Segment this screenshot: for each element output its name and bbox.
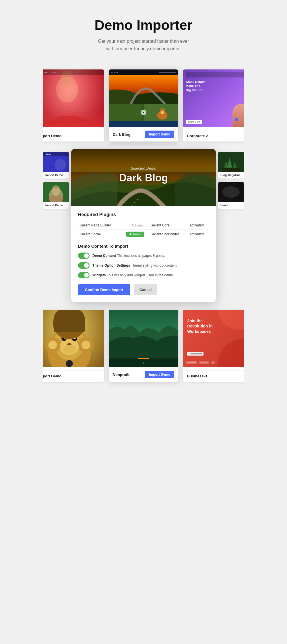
side-card-footer-left-1: Import Demo <box>43 172 69 179</box>
toggle-row-2: Theme Option Settings Theme styling with… <box>78 262 209 269</box>
card-label-nonprofit: Nonprofit <box>113 373 129 377</box>
plugins-table: Salient Page Builder Activated Salient C… <box>78 221 209 239</box>
demo-card-darkblog: by Phil Matthews + Daniel Watts Doing a … <box>109 69 179 141</box>
toggle-themeoptions[interactable] <box>78 262 90 269</box>
card-thumb-darkblog: by Phil Matthews + Daniel Watts Doing a … <box>109 69 179 127</box>
demo-row-1: Demo About Contact Import Demo <box>43 64 244 146</box>
darkblog-content: by Phil Matthews + Daniel Watts Doing a … <box>109 69 179 127</box>
side-thumb-visual-green <box>43 182 69 202</box>
side-card-footer-right-2: Band <box>218 202 244 209</box>
svg-point-21 <box>52 185 60 196</box>
side-card-footer-left-2: Import Demo <box>43 202 69 209</box>
card-thumb-corp2: Small DetailsMake TheBig Picture Learn M… <box>183 69 244 130</box>
card-thumb-nonprofit: Salient Menu ≡ <box>109 310 179 367</box>
demo-card-business3: Join theRevolution inWorkspaces Discover… <box>183 310 244 382</box>
card-label-business3: Business-3 <box>187 374 207 378</box>
darkblog-nav <box>109 69 179 75</box>
side-thumb-visual-blue: Demo <box>43 152 69 172</box>
corp2-cta-btn[interactable]: Learn More <box>186 120 202 124</box>
card-footer-red: Import Demo <box>43 130 104 141</box>
modal-section: Demo Import Demo <box>43 146 244 305</box>
content-section-title: Demo Content To Import <box>78 244 209 249</box>
side-card-thumb-blue: Demo <box>43 152 69 172</box>
svg-point-14 <box>160 111 164 114</box>
nav-dot-3 <box>116 72 118 73</box>
plugin-status-1: Activated <box>120 221 149 230</box>
svg-point-1 <box>43 116 95 127</box>
svg-rect-28 <box>222 168 240 172</box>
b3-tag-2: GOLDEN <box>199 361 209 364</box>
modal-hero: Selected Demo Dark Blog <box>71 149 216 206</box>
card-label-monkey: Import Demo <box>43 374 61 378</box>
nav-dot-1 <box>111 72 113 73</box>
toggle-row-3: Widgets This will only add widgets used … <box>78 272 209 278</box>
darkblog-gallery: ▶ <box>109 104 179 121</box>
side-card-thumb-dark <box>218 182 244 202</box>
svg-rect-22 <box>49 196 63 202</box>
import-demo-darkblog-btn[interactable]: Import Demo <box>145 131 174 138</box>
demo-card-red: Demo About Contact Import Demo <box>43 69 104 141</box>
toggle-row-1: Demo Content This includes all pages & p… <box>78 253 209 259</box>
toggle-label-1: Demo Content This includes all pages & p… <box>92 254 165 258</box>
svg-rect-8 <box>109 104 142 121</box>
plugin-status-3[interactable]: Activate <box>120 230 149 239</box>
card-label-darkblog: Dark Blog <box>113 132 130 137</box>
plugin-row-2: Salient Social Activate Salient Shortcod… <box>78 230 209 239</box>
svg-point-18 <box>55 159 66 170</box>
plugin-name-4: Salient Shortcodes <box>149 230 188 239</box>
svg-rect-31 <box>218 199 244 202</box>
darkblog-play-btn[interactable]: ▶ <box>141 110 146 115</box>
side-card-label-left-1: Import Demo <box>45 174 63 177</box>
page-subtitle: Get your next project started faster tha… <box>49 38 238 52</box>
confirm-demo-import-btn[interactable]: Confirm Demo Import <box>78 284 130 295</box>
card-thumb-red: Demo About Contact <box>43 69 104 130</box>
toggle-widgets[interactable] <box>78 272 90 278</box>
b3-tag-3: /// <box>211 361 215 364</box>
demo-card-nonprofit: Salient Menu ≡ <box>109 310 179 382</box>
modal-hero-selected-label: Selected Demo <box>131 166 156 170</box>
header-section: Demo Importer Get your next project star… <box>43 0 244 64</box>
modal-hero-demo-title: Dark Blog <box>119 172 168 184</box>
cancel-btn[interactable]: Cancel <box>134 284 158 295</box>
plugins-section-title: Required Plugins <box>78 212 209 217</box>
card-thumb-business3: Join theRevolution inWorkspaces Discover… <box>183 310 244 370</box>
toggle-democontent[interactable] <box>78 253 90 259</box>
toggle-label-2: Theme Option Settings Theme styling with… <box>92 263 178 267</box>
plugin-row-1: Salient Page Builder Activated Salient C… <box>78 221 209 230</box>
side-card-label-right-2: Band <box>220 204 228 207</box>
thumb-visual-red: Demo About Contact <box>43 69 104 127</box>
plugin-status-2: Activated <box>188 221 209 230</box>
card-label-corp2: Corporate 2 <box>187 134 208 138</box>
import-demo-nonprofit-btn[interactable]: Import Demo <box>145 371 174 378</box>
side-card-thumb-green <box>43 182 69 202</box>
plugin-name-2: Salient Core <box>149 221 188 230</box>
nav-dot-2 <box>114 72 115 73</box>
side-card-footer-right-1: Blog Magazine <box>218 172 244 179</box>
thumb-visual-monkey <box>43 310 104 367</box>
plugin-name-3: Salient Social <box>78 230 120 239</box>
side-thumb-visual-dark <box>218 182 244 202</box>
main-modal: Selected Demo Dark Blog Required Plugins… <box>71 149 216 302</box>
card-footer-corp2: Corporate 2 <box>183 130 244 141</box>
svg-point-37 <box>49 341 57 349</box>
thumb-visual-nonprofit: Salient Menu ≡ <box>109 310 179 367</box>
np-scroll-arrow: ↓ <box>143 361 144 364</box>
business3-discover-btn[interactable]: Discover More <box>187 352 203 356</box>
darkblog-hero: by Phil Matthews + Daniel Watts Doing a … <box>109 75 179 104</box>
side-cards-left: Demo Import Demo <box>43 146 69 305</box>
side-card-right-2: Band <box>218 182 244 209</box>
modal-body: Required Plugins Salient Page Builder Ac… <box>71 206 216 302</box>
demo-row-3: Import Demo Salient Menu ≡ <box>43 305 244 390</box>
card-label-red: Import Demo <box>43 134 61 138</box>
card-thumb-monkey <box>43 310 104 370</box>
demo-card-monkey: Import Demo <box>43 310 104 382</box>
corp2-nav <box>186 72 244 77</box>
side-card-label-right-1: Blog Magazine <box>220 174 241 177</box>
modal-actions: Confirm Demo Import Cancel <box>78 284 209 296</box>
activate-plugin-btn[interactable]: Activate <box>126 232 144 237</box>
toggle-label-3: Widgets This will only add widgets used … <box>92 273 174 277</box>
corp2-person <box>232 104 244 127</box>
card-footer-business3: Business-3 <box>183 370 244 382</box>
side-card-thumb-forest <box>218 152 244 172</box>
business3-tags: // HARPER GOLDEN /// <box>186 361 244 364</box>
